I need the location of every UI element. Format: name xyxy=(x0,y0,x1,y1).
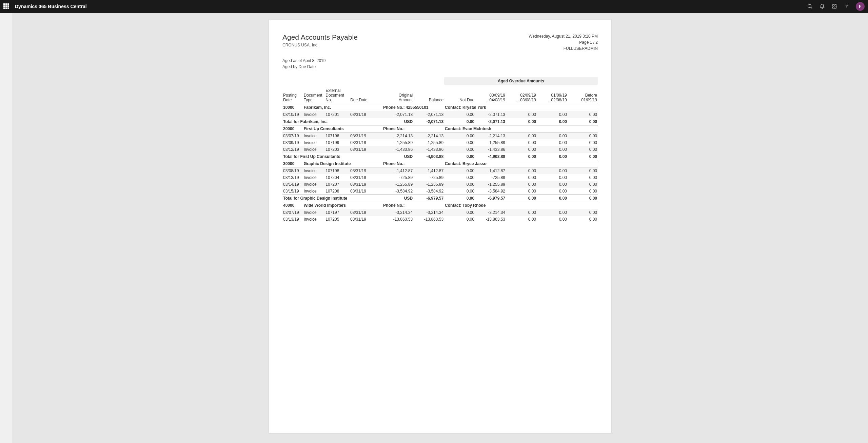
posting-date: 03/15/19 xyxy=(282,188,303,195)
original-amount: -1,412.87 xyxy=(382,167,413,175)
settings-gear-icon[interactable] xyxy=(831,3,837,9)
not-due: 0.00 xyxy=(444,188,475,195)
total-not-due: 0.00 xyxy=(444,118,475,125)
col-original-amount: OriginalAmount xyxy=(382,87,413,104)
posting-date: 03/13/19 xyxy=(282,216,303,223)
due-date: 03/31/19 xyxy=(350,167,370,175)
ext-doc-no: 107204 xyxy=(325,174,350,181)
total-balance: -2,071.13 xyxy=(413,118,444,125)
detail-row: 03/07/19Invoice10719703/31/19-3,214.34-3… xyxy=(282,209,598,216)
col-period2: 02/09/19...03/08/19 xyxy=(506,87,537,104)
svg-point-2 xyxy=(834,6,835,7)
posting-date: 03/10/19 xyxy=(282,111,303,118)
col-balance: Balance xyxy=(413,87,444,104)
period2: 0.00 xyxy=(506,216,537,223)
page-info: Page 1 / 2 xyxy=(529,39,598,45)
balance: -3,584.92 xyxy=(413,188,444,195)
period3: 0.00 xyxy=(537,146,568,153)
period1: -2,214.13 xyxy=(475,133,506,140)
notification-bell-icon[interactable] xyxy=(819,3,825,9)
period2: 0.00 xyxy=(506,133,537,140)
detail-row: 03/10/19Invoice10720103/31/19-2,071.13-2… xyxy=(282,111,598,118)
ext-doc-no: 107197 xyxy=(325,209,350,216)
report-table: Aged Overdue Amounts PostingDate Documen… xyxy=(282,77,598,223)
original-amount: -2,214.13 xyxy=(382,133,413,140)
vendor-contact: Contact: Toby Rhode xyxy=(444,202,598,209)
original-amount: -3,214.34 xyxy=(382,209,413,216)
search-icon[interactable] xyxy=(807,3,813,9)
document-type: Invoice xyxy=(303,216,325,223)
total-p2: 0.00 xyxy=(506,153,537,160)
balance: -725.89 xyxy=(413,174,444,181)
detail-row: 03/13/19Invoice10720403/31/19-725.89-725… xyxy=(282,174,598,181)
total-label: Total for Graphic Design Institute xyxy=(282,195,370,202)
vendor-phone: Phone No.: 4255550101 xyxy=(382,104,444,111)
svg-point-0 xyxy=(808,4,811,7)
posting-date: 03/08/19 xyxy=(282,167,303,175)
before: 0.00 xyxy=(568,133,598,140)
vendor-no: 40000 xyxy=(282,202,303,209)
app-title: Dynamics 365 Business Central xyxy=(15,4,87,9)
col-before: Before01/09/19 xyxy=(568,87,598,104)
report-page: Aged Accounts Payable CRONUS USA, Inc. W… xyxy=(269,20,611,433)
total-not-due: 0.00 xyxy=(444,195,475,202)
document-type: Invoice xyxy=(303,146,325,153)
document-type: Invoice xyxy=(303,188,325,195)
help-icon[interactable] xyxy=(844,3,850,9)
aged-as-of: Aged as of April 8, 2019 xyxy=(282,58,598,64)
period1: -1,412.87 xyxy=(475,167,506,175)
period3: 0.00 xyxy=(537,139,568,146)
vendor-contact: Contact: Bryce Jasso xyxy=(444,160,598,167)
user-avatar[interactable]: F xyxy=(856,2,865,11)
period2: 0.00 xyxy=(506,139,537,146)
total-p2: 0.00 xyxy=(506,118,537,125)
period2: 0.00 xyxy=(506,174,537,181)
vendor-header-row: 10000Fabrikam, Inc.Phone No.: 4255550101… xyxy=(282,104,598,111)
period1: -13,863.53 xyxy=(475,216,506,223)
ext-doc-no: 107207 xyxy=(325,181,350,188)
period3: 0.00 xyxy=(537,181,568,188)
before: 0.00 xyxy=(568,188,598,195)
left-rail xyxy=(0,13,12,443)
before: 0.00 xyxy=(568,139,598,146)
app-launcher-icon[interactable] xyxy=(3,3,9,9)
vendor-no: 10000 xyxy=(282,104,303,111)
total-before: 0.00 xyxy=(568,153,598,160)
original-amount: -1,433.86 xyxy=(382,146,413,153)
vendor-total-row: Total for Fabrikam, Inc.USD-2,071.130.00… xyxy=(282,118,598,125)
due-date: 03/31/19 xyxy=(350,133,370,140)
period3: 0.00 xyxy=(537,188,568,195)
before: 0.00 xyxy=(568,111,598,118)
total-p3: 0.00 xyxy=(537,118,568,125)
total-p3: 0.00 xyxy=(537,195,568,202)
period2: 0.00 xyxy=(506,146,537,153)
balance: -13,863.53 xyxy=(413,216,444,223)
aged-group-header: Aged Overdue Amounts xyxy=(444,77,598,85)
posting-date: 03/09/19 xyxy=(282,139,303,146)
not-due: 0.00 xyxy=(444,133,475,140)
ext-doc-no: 107199 xyxy=(325,139,350,146)
ext-doc-no: 107205 xyxy=(325,216,350,223)
period2: 0.00 xyxy=(506,111,537,118)
total-p1: -4,903.88 xyxy=(475,153,506,160)
detail-row: 03/15/19Invoice10720803/31/19-3,584.92-3… xyxy=(282,188,598,195)
vendor-total-row: Total for First Up ConsultantsUSD-4,903.… xyxy=(282,153,598,160)
document-type: Invoice xyxy=(303,167,325,175)
original-amount: -2,071.13 xyxy=(382,111,413,118)
document-type: Invoice xyxy=(303,133,325,140)
vendor-no: 30000 xyxy=(282,160,303,167)
vendor-name: Fabrikam, Inc. xyxy=(303,104,370,111)
period1: -1,255.89 xyxy=(475,139,506,146)
period1: -2,071.13 xyxy=(475,111,506,118)
aged-by: Aged by Due Date xyxy=(282,64,598,70)
not-due: 0.00 xyxy=(444,139,475,146)
report-timestamp: Wednesday, August 21, 2019 3:10 PM xyxy=(529,33,598,39)
not-due: 0.00 xyxy=(444,146,475,153)
total-p1: -2,071.13 xyxy=(475,118,506,125)
vendor-phone: Phone No.: xyxy=(382,202,444,209)
total-label: Total for First Up Consultants xyxy=(282,153,370,160)
detail-row: 03/14/19Invoice10720703/31/19-1,255.89-1… xyxy=(282,181,598,188)
svg-line-1 xyxy=(811,7,812,8)
detail-row: 03/08/19Invoice10719803/31/19-1,412.87-1… xyxy=(282,167,598,175)
not-due: 0.00 xyxy=(444,174,475,181)
